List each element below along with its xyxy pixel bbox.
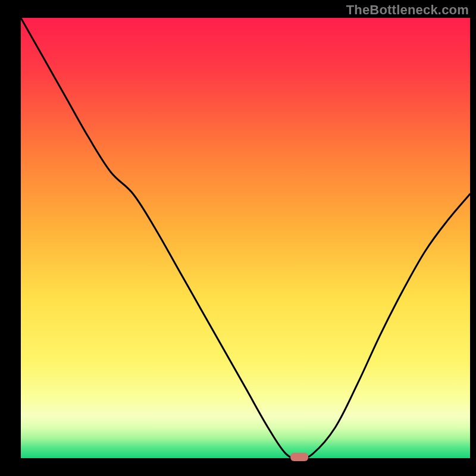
optimal-marker <box>290 453 308 461</box>
chart-frame: TheBottleneck.com <box>0 0 476 476</box>
bottleneck-chart <box>0 0 476 476</box>
plot-background <box>21 18 470 458</box>
watermark-text: TheBottleneck.com <box>346 2 469 18</box>
